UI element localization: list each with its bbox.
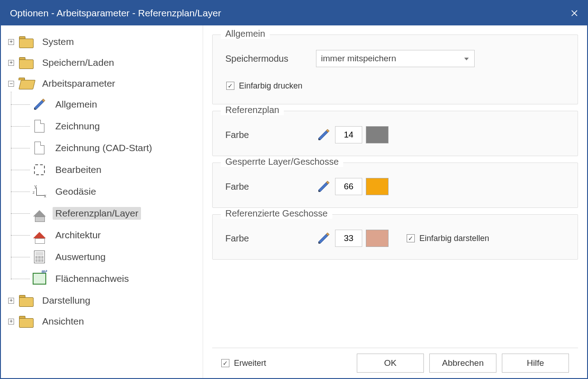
group-legend: Referenzierte Geschosse <box>221 208 332 219</box>
group-gesperrte-layer: Gesperrte Layer/Geschosse Farbe <box>212 162 578 208</box>
axes-icon: z <box>32 185 47 198</box>
group-referenzplan: Referenzplan Farbe <box>212 111 578 156</box>
color-swatch[interactable] <box>366 126 389 143</box>
farbe-label: Farbe <box>225 182 316 192</box>
expand-toggle[interactable]: + <box>8 39 14 45</box>
tree-label: Darstellung <box>39 294 93 307</box>
tree-label: Bearbeiten <box>53 163 104 176</box>
help-button[interactable]: Hilfe <box>502 354 569 373</box>
tree-node-arbeitsparameter[interactable]: − Arbeitsparameter <box>8 74 200 94</box>
checkbox-label: Einfarbig drucken <box>239 81 302 91</box>
select-value: immer mitspeichern <box>321 54 396 64</box>
folder-icon <box>19 35 34 49</box>
edit-color-button[interactable] <box>316 231 331 246</box>
close-button[interactable] <box>565 4 583 22</box>
tree-item-auswertung[interactable]: Auswertung <box>32 246 200 268</box>
speichermodus-select[interactable]: immer mitspeichern <box>316 50 475 67</box>
calculator-icon <box>32 250 47 264</box>
svg-marker-6 <box>319 182 328 192</box>
document-icon <box>32 141 47 155</box>
farbe-label: Farbe <box>225 233 316 244</box>
selection-icon <box>32 163 47 177</box>
color-swatch[interactable] <box>366 178 389 195</box>
tree-label: Flächennachweis <box>53 272 131 285</box>
tree-node-system[interactable]: + System <box>8 32 200 52</box>
tree-label: Auswertung <box>53 251 108 263</box>
farbe-input[interactable] <box>335 178 362 195</box>
tree-label: System <box>39 35 77 48</box>
speichermodus-label: Speichermodus <box>225 54 316 64</box>
tree-label: Arbeitsparameter <box>39 77 118 90</box>
folder-icon <box>19 294 34 307</box>
tree-label: Zeichnung (CAD-Start) <box>53 142 155 154</box>
checkbox-icon <box>226 82 234 90</box>
tree-label: Speichern/Laden <box>39 56 117 69</box>
expand-toggle[interactable]: + <box>8 319 14 325</box>
window-title: Optionen - Arbeitsparameter - Referenzpl… <box>10 8 565 19</box>
tree-item-allgemein[interactable]: Allgemein <box>32 94 200 115</box>
tree-item-flaechennachweis[interactable]: Flächennachweis <box>32 268 200 290</box>
tree-label: Allgemein <box>53 98 100 111</box>
house-gray-icon <box>32 207 47 220</box>
folder-icon <box>19 315 34 328</box>
color-swatch[interactable] <box>366 230 389 247</box>
folder-open-icon <box>19 77 34 90</box>
options-window: Optionen - Arbeitsparameter - Referenzpl… <box>0 0 588 379</box>
tree-item-geodaesie[interactable]: z Geodäsie <box>32 181 200 202</box>
titlebar: Optionen - Arbeitsparameter - Referenzpl… <box>1 1 587 25</box>
pencil-icon <box>317 231 330 245</box>
erweitert-checkbox[interactable]: Erweitert <box>221 359 351 368</box>
checkbox-icon <box>407 234 415 242</box>
svg-marker-3 <box>319 131 328 140</box>
cancel-button[interactable]: Abbrechen <box>429 354 496 373</box>
pencil-icon <box>32 98 47 111</box>
tree-label: Zeichnung <box>53 120 102 133</box>
einfarbig-darstellen-checkbox[interactable]: Einfarbig darstellen <box>407 229 489 247</box>
settings-panel: Allgemein Speichermodus immer mitspeiche… <box>203 25 587 378</box>
tree-label: Geodäsie <box>53 185 99 198</box>
tree-node-ansichten[interactable]: + Ansichten <box>8 311 200 331</box>
navigation-tree: + System + Speichern/Laden <box>1 25 203 378</box>
edit-color-button[interactable] <box>316 127 331 143</box>
tree-item-referenzplan[interactable]: Referenzplan/Layer <box>32 202 200 224</box>
document-icon <box>32 119 47 133</box>
group-referenzierte-geschosse: Referenzierte Geschosse Farbe Einfarbig … <box>212 214 578 260</box>
tree-item-architektur[interactable]: Architektur <box>32 224 200 246</box>
farbe-input[interactable] <box>335 230 362 247</box>
checkbox-icon <box>221 359 229 367</box>
tree-label: Architektur <box>53 229 103 241</box>
tree-label: Ansichten <box>39 315 87 328</box>
svg-marker-0 <box>34 100 44 110</box>
group-legend: Referenzplan <box>221 105 284 115</box>
folder-icon <box>19 56 34 69</box>
area-icon <box>32 272 47 285</box>
tree-node-darstellung[interactable]: + Darstellung <box>8 290 200 310</box>
edit-color-button[interactable] <box>316 179 331 194</box>
dialog-footer: Erweitert OK Abbrechen Hilfe <box>212 348 578 378</box>
ok-button[interactable]: OK <box>357 354 424 373</box>
house-red-icon <box>32 228 47 242</box>
group-legend: Allgemein <box>221 29 270 39</box>
expand-toggle[interactable]: + <box>8 60 14 66</box>
collapse-toggle[interactable]: − <box>8 81 14 87</box>
pencil-icon <box>317 128 330 142</box>
checkbox-label: Einfarbig darstellen <box>419 234 489 243</box>
expand-toggle[interactable]: + <box>8 298 14 304</box>
farbe-label: Farbe <box>225 130 316 140</box>
tree-item-zeichnung[interactable]: Zeichnung <box>32 115 200 137</box>
farbe-input[interactable] <box>335 126 362 143</box>
svg-marker-9 <box>319 234 328 244</box>
close-icon <box>571 10 578 17</box>
tree-node-speichern-laden[interactable]: + Speichern/Laden <box>8 53 200 73</box>
tree-item-zeichnung-cad[interactable]: Zeichnung (CAD-Start) <box>32 137 200 159</box>
checkbox-label: Erweitert <box>234 359 266 368</box>
group-legend: Gesperrte Layer/Geschosse <box>221 157 343 167</box>
tree-item-bearbeiten[interactable]: Bearbeiten <box>32 159 200 181</box>
dialog-body: + System + Speichern/Laden <box>1 25 587 378</box>
einfarbig-drucken-checkbox[interactable]: Einfarbig drucken <box>226 77 565 95</box>
tree-label: Referenzplan/Layer <box>53 207 141 220</box>
pencil-icon <box>317 180 330 193</box>
group-allgemein: Allgemein Speichermodus immer mitspeiche… <box>212 34 578 104</box>
